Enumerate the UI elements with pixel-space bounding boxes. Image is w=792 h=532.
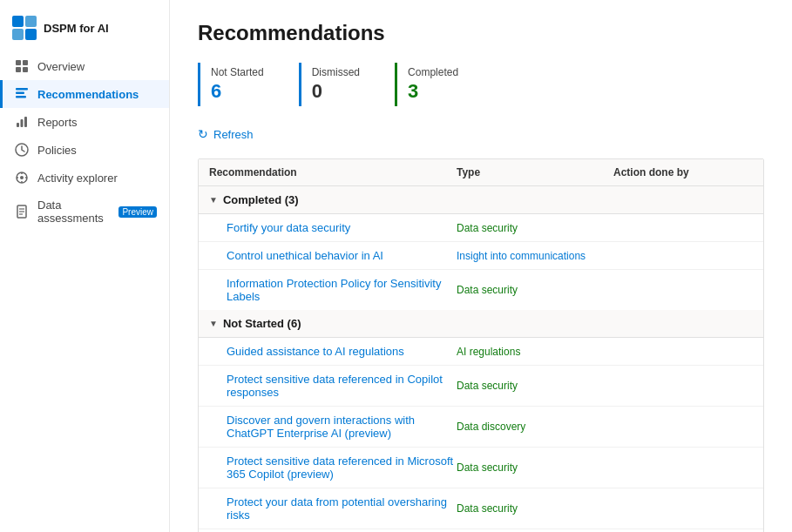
stats-row: Not Started 6 Dismissed 0 Completed 3 <box>198 63 764 106</box>
row-oversharing-type: Data security <box>457 502 613 515</box>
sidebar-item-recommendations-label: Recommendations <box>37 88 139 101</box>
stat-completed-value: 3 <box>408 80 458 103</box>
sidebar-item-recommendations[interactable]: Recommendations <box>0 80 169 108</box>
section-header-completed[interactable]: ▼ Completed (3) <box>199 186 763 214</box>
svg-rect-9 <box>16 92 24 95</box>
svg-rect-0 <box>12 16 24 27</box>
svg-rect-6 <box>16 67 21 72</box>
policies-icon <box>15 143 29 157</box>
header-recommendation: Recommendation <box>209 166 457 178</box>
svg-rect-5 <box>23 60 28 65</box>
refresh-icon: ↻ <box>198 127 208 141</box>
row-control-type: Insight into communications <box>457 250 613 262</box>
stat-dismissed: Dismissed 0 <box>299 63 381 106</box>
section-not-started-label: Not Started (6) <box>223 317 301 330</box>
header-type: Type <box>457 166 613 178</box>
sidebar-item-policies[interactable]: Policies <box>0 136 169 164</box>
row-oversharing-name[interactable]: Protect your data from potential oversha… <box>227 495 457 522</box>
row-control-name[interactable]: Control unethical behavior in AI <box>227 249 457 262</box>
svg-rect-12 <box>21 119 24 127</box>
activity-explorer-icon <box>15 171 29 185</box>
app-logo: DSPM for AI <box>0 7 169 52</box>
svg-rect-11 <box>17 123 19 127</box>
table-row[interactable]: Information Protection Policy for Sensit… <box>199 270 763 310</box>
main-content-area: Recommendations Not Started 6 Dismissed … <box>170 0 792 532</box>
svg-rect-3 <box>25 29 37 40</box>
table-row[interactable]: Protect your data from potential oversha… <box>199 488 763 529</box>
stat-completed-label: Completed <box>408 66 458 78</box>
svg-rect-4 <box>16 60 21 65</box>
table-row[interactable]: Discover and govern interactions with Ch… <box>199 407 763 448</box>
sidebar-item-data-assessments-label: Data assessments <box>37 199 106 225</box>
section-completed-rows: Fortify your data security Data security… <box>199 214 763 310</box>
row-m365-name[interactable]: Protect sensitive data referenced in Mic… <box>227 455 457 481</box>
svg-rect-10 <box>16 96 26 98</box>
row-fortify-name[interactable]: Fortify your data security <box>227 221 457 234</box>
sidebar-item-reports-label: Reports <box>37 116 78 129</box>
row-protect-copilot-type: Data security <box>457 380 613 392</box>
row-infoprot-type: Data security <box>457 284 613 296</box>
app-logo-icon <box>12 16 37 40</box>
sidebar-item-data-assessments[interactable]: Data assessments Preview <box>0 192 169 232</box>
overview-icon <box>15 59 29 73</box>
section-header-not-started[interactable]: ▼ Not Started (6) <box>199 310 763 338</box>
sidebar-item-overview-label: Overview <box>37 60 85 73</box>
recommendations-table: Recommendation Type Action done by ▼ Com… <box>198 158 764 532</box>
data-assessments-icon <box>15 205 29 219</box>
svg-rect-8 <box>16 88 28 91</box>
table-row[interactable]: Protect sensitive data referenced in Cop… <box>199 366 763 407</box>
svg-point-16 <box>20 176 24 179</box>
main-scrollable: Recommendations Not Started 6 Dismissed … <box>170 0 792 532</box>
table-row[interactable]: Guided assistance to AI regulations AI r… <box>199 338 763 366</box>
table-row[interactable]: Control unethical behavior in AI Insight… <box>199 242 763 270</box>
refresh-label: Refresh <box>213 128 254 141</box>
row-chatgpt-type: Data discovery <box>457 421 613 433</box>
stat-completed: Completed 3 <box>395 63 479 106</box>
table-row[interactable]: Fortify your data security Data security <box>199 214 763 242</box>
sidebar-item-activity-explorer-label: Activity explorer <box>37 172 118 185</box>
row-infoprot-name[interactable]: Information Protection Policy for Sensit… <box>227 277 457 303</box>
sidebar-item-overview[interactable]: Overview <box>0 52 169 80</box>
row-m365-type: Data security <box>457 461 613 474</box>
sidebar-nav: Overview Recommendations Reports Policie… <box>0 52 169 232</box>
refresh-button[interactable]: ↻ Refresh <box>198 124 254 145</box>
header-action-done-by: Action done by <box>613 166 753 178</box>
row-fortify-type: Data security <box>457 222 613 234</box>
stat-dismissed-label: Dismissed <box>312 66 360 78</box>
row-guided-name[interactable]: Guided assistance to AI regulations <box>227 345 457 358</box>
app-name: DSPM for AI <box>44 22 109 35</box>
sidebar: DSPM for AI Overview Recommendations Rep… <box>0 0 170 532</box>
sidebar-item-reports[interactable]: Reports <box>0 108 169 136</box>
row-guided-type: AI regulations <box>457 346 613 358</box>
svg-rect-2 <box>12 29 24 40</box>
page-title: Recommendations <box>198 21 764 45</box>
table-header: Recommendation Type Action done by <box>199 159 763 186</box>
row-protect-copilot-name[interactable]: Protect sensitive data referenced in Cop… <box>227 373 457 399</box>
chevron-down-not-started-icon: ▼ <box>209 319 218 328</box>
recommendations-icon <box>15 87 29 101</box>
stat-not-started: Not Started 6 <box>198 63 285 106</box>
section-completed-label: Completed (3) <box>223 193 299 206</box>
stat-not-started-label: Not Started <box>211 66 264 78</box>
svg-rect-1 <box>25 16 37 27</box>
chevron-down-completed-icon: ▼ <box>209 195 218 205</box>
row-chatgpt-name[interactable]: Discover and govern interactions with Ch… <box>227 414 457 440</box>
sidebar-item-activity-explorer[interactable]: Activity explorer <box>0 164 169 192</box>
reports-icon <box>15 115 29 129</box>
data-assessments-preview-badge: Preview <box>118 206 157 218</box>
stat-not-started-value: 6 <box>211 80 264 103</box>
sidebar-item-policies-label: Policies <box>37 144 77 157</box>
table-row[interactable]: Protect sensitive data referenced in Mic… <box>199 448 763 488</box>
svg-rect-13 <box>24 117 27 127</box>
stat-dismissed-value: 0 <box>312 80 360 103</box>
svg-rect-7 <box>23 67 28 72</box>
section-not-started-rows: Guided assistance to AI regulations AI r… <box>199 338 763 532</box>
